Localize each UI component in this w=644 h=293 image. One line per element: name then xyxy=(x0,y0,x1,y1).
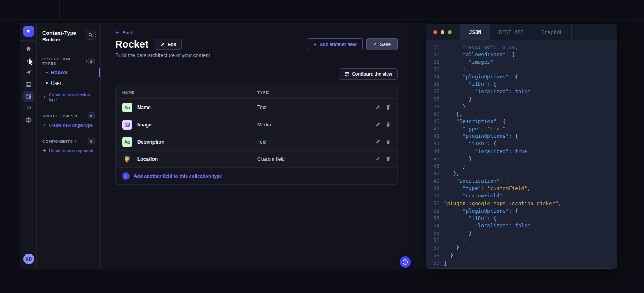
code-line: 32 "images" xyxy=(426,58,617,65)
field-name-cell: AaName xyxy=(122,103,257,112)
code-line: 33 ], xyxy=(426,65,617,73)
home-nav[interactable] xyxy=(23,43,34,55)
question-icon: ? xyxy=(402,259,408,265)
table-row[interactable]: ImageMedia xyxy=(116,116,397,133)
code-line: 46 } xyxy=(426,162,617,169)
code-line: 34 "pluginOptions": { xyxy=(426,73,617,80)
add-field-footer-button[interactable]: + Add another field to this collection t… xyxy=(116,168,397,184)
table-row[interactable]: AaNameText xyxy=(116,99,397,116)
line-number: 36 xyxy=(426,88,439,94)
delete-row-icon[interactable] xyxy=(386,122,391,127)
back-link[interactable]: Back xyxy=(115,30,133,35)
marketplace-nav[interactable] xyxy=(23,103,34,114)
plus-icon: + xyxy=(43,95,46,99)
code-line: 40 "Description": { xyxy=(426,117,617,125)
create-new-link[interactable]: +Create new component xyxy=(42,146,95,155)
code-panel-header: JSONREST APIGraphQL xyxy=(426,24,617,40)
save-button[interactable]: ✓ Save xyxy=(366,38,398,50)
code-line: 51"plugin::google-maps.location-picker", xyxy=(426,199,617,207)
count-badge: 0 xyxy=(88,112,95,119)
line-number: 53 xyxy=(426,215,439,221)
section-header[interactable]: SINGLE TYPES▾0 xyxy=(42,112,95,119)
create-new-link[interactable]: +Create new collection type xyxy=(42,90,95,104)
app-window: KD Content-Type Builder COLLECTION TYPES… xyxy=(20,23,426,269)
code-line: 57 } xyxy=(426,244,617,252)
media-icon xyxy=(25,82,32,87)
page-subtitle: Build the data architecture of your cont… xyxy=(115,53,398,58)
delete-row-icon[interactable] xyxy=(386,139,391,144)
close-light-icon[interactable] xyxy=(433,30,437,34)
nav-rail: KD xyxy=(20,23,37,269)
ctb-section-1: SINGLE TYPES▾0+Create new single type xyxy=(42,112,95,130)
tab-rest-api[interactable]: REST API xyxy=(490,24,532,40)
send-icon xyxy=(25,69,32,76)
configure-view-button[interactable]: Configure the view xyxy=(339,68,398,80)
line-number: 58 xyxy=(426,252,439,259)
section-header[interactable]: COMPONENTS▾0 xyxy=(42,138,95,144)
code-text: "images" xyxy=(444,59,493,65)
delete-row-icon[interactable] xyxy=(386,156,391,162)
code-text: "i18n": { xyxy=(444,215,496,221)
line-number: 43 xyxy=(426,140,439,146)
code-line: 49 "type": "customField", xyxy=(426,185,617,192)
media-library-nav[interactable] xyxy=(23,79,34,90)
section-header[interactable]: COLLECTION TYPES▾2 xyxy=(42,57,95,66)
edit-row-icon[interactable] xyxy=(375,156,380,162)
help-button[interactable]: ? xyxy=(400,256,411,268)
tab-graphql[interactable]: GraphQL xyxy=(532,24,572,40)
main-content: Back Rocket Edit + Add another field ✓ S… xyxy=(101,23,426,269)
code-line: 58 } xyxy=(426,252,617,259)
deploy-nav[interactable] xyxy=(23,67,34,78)
code-text: } xyxy=(444,103,466,110)
code-line: 43 "i18n": { xyxy=(426,140,617,147)
edit-row-icon[interactable] xyxy=(375,139,380,144)
code-line: 41 "type": "text", xyxy=(426,125,617,133)
chevron-down-icon: ▾ xyxy=(75,114,77,118)
strapi-logo[interactable] xyxy=(23,26,34,37)
media-field-icon xyxy=(122,120,132,130)
delete-row-icon[interactable] xyxy=(386,105,391,110)
row-actions xyxy=(375,139,391,144)
code-line: 36 "localized": false xyxy=(426,88,617,95)
create-new-link[interactable]: +Create new single type xyxy=(42,121,95,130)
count-badge: 0 xyxy=(88,138,95,144)
table-row[interactable]: AaDescriptionText xyxy=(116,133,397,151)
svg-text:?: ? xyxy=(404,260,406,264)
line-number: 46 xyxy=(426,163,439,169)
line-number: 57 xyxy=(426,245,439,251)
line-number: 33 xyxy=(426,66,439,72)
code-text: } xyxy=(444,260,447,266)
edit-row-icon[interactable] xyxy=(375,122,380,127)
maximize-light-icon[interactable] xyxy=(448,30,452,34)
code-text: } xyxy=(444,163,466,169)
search-icon xyxy=(88,32,93,37)
content-manager-nav[interactable] xyxy=(23,55,34,66)
code-line: 59} xyxy=(426,259,617,266)
page-title: Rocket xyxy=(115,39,148,50)
search-button[interactable] xyxy=(86,30,96,40)
code-line: 44 "localized": true xyxy=(426,147,617,155)
field-type-cell: Text xyxy=(257,105,375,110)
settings-nav[interactable] xyxy=(23,114,34,126)
user-avatar[interactable]: KD xyxy=(23,254,34,264)
edit-row-icon[interactable] xyxy=(375,105,380,110)
content-type-builder-nav[interactable] xyxy=(23,91,34,102)
ctb-section-0: COLLECTION TYPES▾2•Rocket•User+Create ne… xyxy=(42,57,95,104)
field-name-cell: Image xyxy=(122,120,257,130)
sidebar-item-rocket[interactable]: •Rocket xyxy=(42,67,100,78)
text-field-icon: Aa xyxy=(122,103,132,112)
code-line: 54 "localized": false xyxy=(426,222,617,229)
edit-button[interactable]: Edit xyxy=(155,39,182,50)
code-text: "localized": false xyxy=(444,222,530,229)
table-row[interactable]: LocationCustom field xyxy=(116,151,397,168)
code-body[interactable]: 30 "required": false,31 "allowedTypes": … xyxy=(426,40,617,266)
add-another-field-button[interactable]: + Add another field xyxy=(307,38,363,50)
plus-icon: + xyxy=(43,123,46,127)
tab-json[interactable]: JSON xyxy=(460,24,490,40)
layout-icon xyxy=(25,94,32,99)
sidebar-item-user[interactable]: •User xyxy=(42,78,100,89)
code-line: 38 } xyxy=(426,103,617,110)
code-line: 50 "customField": xyxy=(426,192,617,199)
code-text: } xyxy=(444,96,472,102)
minimize-light-icon[interactable] xyxy=(441,30,444,34)
